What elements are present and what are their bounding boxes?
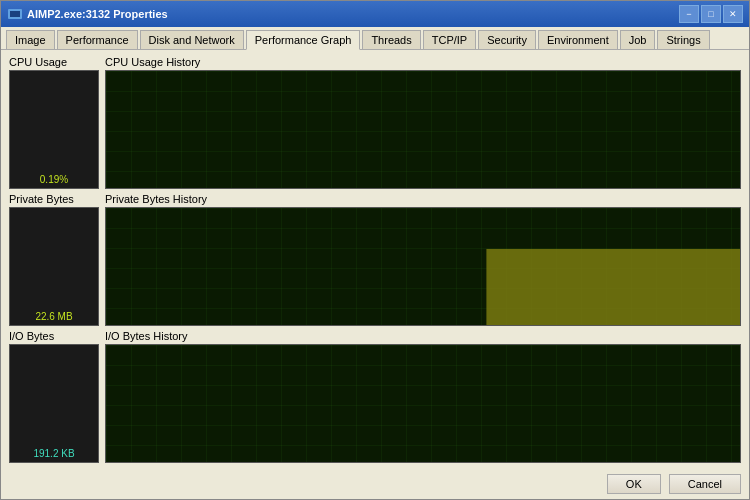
window: AIMP2.exe:3132 Properties − □ ✕ Image Pe… — [0, 0, 750, 500]
main-content: CPU Usage — [1, 50, 749, 469]
io-history-label: I/O Bytes History — [105, 330, 741, 342]
pb-left-panel: Private Bytes — [9, 193, 99, 326]
io-value: 191.2 KB — [33, 448, 74, 459]
tab-tcpip[interactable]: TCP/IP — [423, 30, 476, 49]
pb-value: 22.6 MB — [35, 311, 72, 322]
tab-threads[interactable]: Threads — [362, 30, 420, 49]
cpu-graph — [105, 70, 741, 189]
app-icon — [7, 6, 23, 22]
io-right-panel: I/O Bytes History — [105, 330, 741, 463]
tab-performance[interactable]: Performance — [57, 30, 138, 49]
io-section: I/O Bytes — [9, 330, 741, 463]
tab-security[interactable]: Security — [478, 30, 536, 49]
ok-button[interactable]: OK — [607, 474, 661, 494]
pb-label: Private Bytes — [9, 193, 99, 205]
tab-job[interactable]: Job — [620, 30, 656, 49]
title-bar: AIMP2.exe:3132 Properties − □ ✕ — [1, 1, 749, 27]
svg-rect-8 — [106, 345, 740, 462]
cpu-gauge: 0.19% — [9, 70, 99, 189]
tab-image[interactable]: Image — [6, 30, 55, 49]
io-left-panel: I/O Bytes — [9, 330, 99, 463]
cpu-left-panel: CPU Usage — [9, 56, 99, 189]
title-text: AIMP2.exe:3132 Properties — [27, 8, 168, 20]
cpu-value: 0.19% — [40, 174, 68, 185]
pb-section: Private Bytes — [9, 193, 741, 326]
io-graph — [105, 344, 741, 463]
bottom-bar: OK Cancel — [1, 469, 749, 499]
svg-rect-6 — [486, 249, 740, 325]
tab-disk-network[interactable]: Disk and Network — [140, 30, 244, 49]
svg-rect-1 — [10, 11, 20, 17]
io-gauge: 191.2 KB — [9, 344, 99, 463]
tab-performance-graph[interactable]: Performance Graph — [246, 30, 361, 50]
cancel-button[interactable]: Cancel — [669, 474, 741, 494]
pb-history-label: Private Bytes History — [105, 193, 741, 205]
tab-environment[interactable]: Environment — [538, 30, 618, 49]
cpu-label: CPU Usage — [9, 56, 99, 68]
title-buttons: − □ ✕ — [679, 5, 743, 23]
minimize-button[interactable]: − — [679, 5, 699, 23]
tab-strings[interactable]: Strings — [657, 30, 709, 49]
cpu-history-label: CPU Usage History — [105, 56, 741, 68]
pb-right-panel: Private Bytes History — [105, 193, 741, 326]
svg-rect-3 — [106, 71, 740, 188]
cpu-section: CPU Usage — [9, 56, 741, 189]
cpu-right-panel: CPU Usage History — [105, 56, 741, 189]
tabs-bar: Image Performance Disk and Network Perfo… — [1, 27, 749, 50]
io-label: I/O Bytes — [9, 330, 99, 342]
maximize-button[interactable]: □ — [701, 5, 721, 23]
pb-gauge: 22.6 MB — [9, 207, 99, 326]
title-bar-left: AIMP2.exe:3132 Properties — [7, 6, 168, 22]
close-button[interactable]: ✕ — [723, 5, 743, 23]
pb-graph — [105, 207, 741, 326]
